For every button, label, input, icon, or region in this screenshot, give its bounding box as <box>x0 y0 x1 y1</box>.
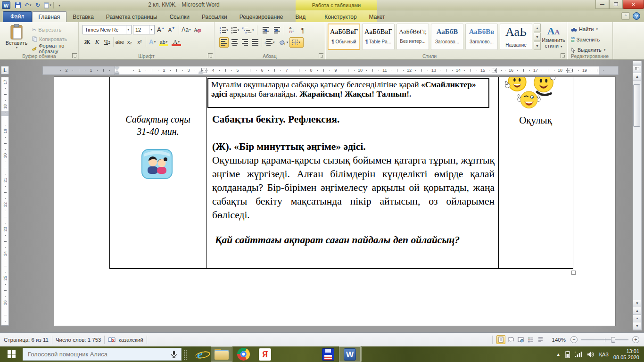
undo-button[interactable]: ↶▾ <box>24 1 32 9</box>
tray-expand-button[interactable]: ▲ <box>556 352 561 357</box>
copy-button[interactable]: Копировать <box>32 34 78 44</box>
styles-expand-button[interactable]: ▼ <box>534 41 541 50</box>
styles-scroll-up-button[interactable]: ▲ <box>534 24 541 32</box>
cut-button[interactable]: ✂ Вырезать <box>32 25 78 34</box>
resources-cell[interactable]: Оқулық <box>500 115 571 126</box>
yandex-browser-button[interactable]: Я <box>254 346 276 362</box>
select-browse-object-button[interactable]: ● <box>633 315 641 322</box>
scrollbar-thumb[interactable] <box>633 84 640 127</box>
sort-button[interactable]: АЯ ↓ <box>287 25 297 35</box>
tab-review[interactable]: Рецензирование <box>233 12 289 22</box>
strikethrough-button[interactable]: abe <box>115 37 124 47</box>
tab-view[interactable]: Вид <box>289 12 312 22</box>
tab-references[interactable]: Ссылки <box>164 12 196 22</box>
tab-table-design[interactable]: Конструктор <box>318 12 363 22</box>
word-taskbar-button[interactable]: W <box>339 346 361 362</box>
spellcheck-icon[interactable] <box>108 337 116 343</box>
first-line-indent-marker[interactable] <box>115 67 119 70</box>
style-table-paragraph[interactable]: АаБбВвГ ¶ Table Pa... <box>362 24 395 50</box>
outline-view-button[interactable] <box>526 335 535 344</box>
tab-mailings[interactable]: Рассылки <box>196 12 233 22</box>
page-indicator[interactable]: Страница: 6 из 11 <box>4 337 49 343</box>
borders-button[interactable]: ▾ <box>289 37 304 48</box>
align-center-button[interactable] <box>230 37 239 48</box>
increase-indent-button[interactable]: ▶ <box>272 25 281 35</box>
highlight-button[interactable]: ab▾ <box>157 37 170 47</box>
zoom-slider-thumb[interactable] <box>611 337 615 343</box>
font-dialog-launcher[interactable] <box>208 53 213 58</box>
minimize-button[interactable]: – <box>595 0 609 9</box>
show-paragraph-marks-button[interactable]: ¶ <box>298 25 308 35</box>
font-name-combo[interactable]: Times New Rc ▾ <box>83 25 132 34</box>
style-title[interactable]: АаЬ Название <box>500 24 532 50</box>
fullscreen-reading-view-button[interactable] <box>506 335 515 344</box>
tab-file[interactable]: Файл <box>3 11 32 22</box>
smiley-winking-image[interactable] <box>517 87 541 111</box>
format-painter-button[interactable]: Формат по образцу <box>32 44 78 53</box>
clock[interactable]: 13:01 08.05.2020 <box>613 348 639 361</box>
table-resize-handle[interactable] <box>571 271 576 275</box>
clear-formatting-button[interactable]: Аа <box>192 25 202 35</box>
next-page-button[interactable]: ▼ <box>633 322 641 330</box>
lesson-content-cell[interactable]: Сабақты бекіту. Рефлексия. (Ж). «Бір мин… <box>212 113 495 247</box>
internet-explorer-button[interactable]: e <box>189 346 211 362</box>
shrink-font-button[interactable]: А▼ <box>167 25 176 35</box>
chrome-button[interactable] <box>232 346 254 362</box>
taskbar-search-box[interactable] <box>23 348 182 361</box>
style-no-spacing[interactable]: АаБбВвГг, Без интер... <box>396 24 429 50</box>
table-row-marker[interactable] <box>1 111 8 116</box>
web-layout-view-button[interactable] <box>516 335 525 344</box>
horizontal-ruler[interactable]: 2112345678910111213141516171819 <box>42 66 619 75</box>
style-heading1[interactable]: АаБбВ Заголово... <box>431 24 463 50</box>
zoom-slider[interactable] <box>581 339 628 340</box>
save-button[interactable] <box>14 1 22 9</box>
language-indicator[interactable]: казахский <box>118 337 143 343</box>
clipboard-dialog-launcher[interactable] <box>72 53 77 58</box>
paste-button[interactable]: Вставить ▾ <box>3 24 30 49</box>
tab-insert[interactable]: Вставка <box>66 12 100 22</box>
split-handle[interactable] <box>633 61 641 66</box>
styles-scroll-down-button[interactable]: ▼ <box>534 33 541 41</box>
styles-dialog-launcher[interactable] <box>561 53 565 58</box>
language-switcher[interactable]: ҚАЗ <box>599 352 609 357</box>
left-indent-marker[interactable] <box>115 74 119 75</box>
collapse-ribbon-button[interactable]: ⌃ <box>621 12 630 20</box>
microphone-icon[interactable] <box>171 350 177 359</box>
shading-button[interactable]: ▾ <box>279 37 289 48</box>
align-left-button[interactable] <box>219 37 229 48</box>
font-size-combo[interactable]: 12 ▾ <box>133 25 155 34</box>
network-icon[interactable]: * <box>575 351 582 358</box>
underline-button[interactable]: Ч▾ <box>102 37 112 47</box>
bullets-button[interactable]: ▾ <box>219 25 229 35</box>
floppy-app-button[interactable] <box>317 346 339 362</box>
zoom-out-button[interactable]: − <box>570 336 578 343</box>
restore-button[interactable] <box>609 0 623 9</box>
table-column-marker[interactable] <box>567 68 572 73</box>
pair-work-image[interactable] <box>141 149 173 179</box>
style-normal[interactable]: АаБбВвГ ¶ Обычный <box>328 24 360 50</box>
ruler-toggle-button[interactable] <box>633 66 641 73</box>
word-count[interactable]: Число слов: 1 753 <box>56 337 101 343</box>
tab-table-layout[interactable]: Макет <box>363 12 391 22</box>
tab-page-layout[interactable]: Разметка страницы <box>100 12 164 22</box>
line-spacing-button[interactable]: ↕▾ <box>264 37 275 48</box>
help-button[interactable]: ? <box>633 12 640 20</box>
close-button[interactable]: × <box>623 0 644 9</box>
search-input[interactable] <box>23 351 171 358</box>
battery-icon[interactable] <box>565 351 570 358</box>
qat-document-button[interactable]: ▾ <box>43 1 52 9</box>
volume-icon[interactable] <box>587 351 594 358</box>
decrease-indent-button[interactable]: ◀ <box>260 25 270 35</box>
stage-cell[interactable]: Сабақтың соңы 31-40 мин. <box>112 113 204 138</box>
find-button[interactable]: Найти▾ <box>571 25 605 34</box>
paragraph-dialog-launcher[interactable] <box>319 53 323 58</box>
assessment-text-box[interactable]: Мұғалім оқушыларды сабаққа қатысу белсен… <box>207 78 489 108</box>
zoom-level[interactable]: 140% <box>552 337 566 343</box>
zoom-in-button[interactable]: + <box>632 336 639 343</box>
tab-home[interactable]: Главная <box>32 11 67 22</box>
print-layout-view-button[interactable] <box>496 335 505 344</box>
text-effects-button[interactable]: А▾ <box>148 37 157 47</box>
table-column-marker[interactable] <box>492 68 497 73</box>
change-case-button[interactable]: Аа▾ <box>182 25 191 35</box>
draft-view-button[interactable] <box>536 335 545 344</box>
